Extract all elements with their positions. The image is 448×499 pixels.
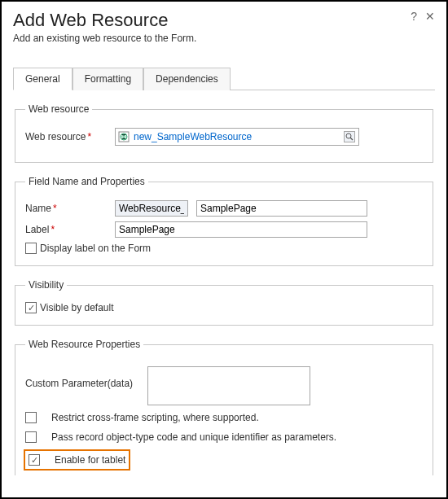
tab-formatting[interactable]: Formatting xyxy=(72,68,143,90)
dialog-subtitle: Add an existing web resource to the Form… xyxy=(13,33,435,44)
checkbox-visible-default[interactable] xyxy=(25,302,37,313)
group-web-resource-props: Web Resource Properties Custom Parameter… xyxy=(15,339,433,475)
dialog-title: Add Web Resource xyxy=(13,10,168,31)
web-resource-lookup[interactable]: new_SampleWebResource xyxy=(115,128,359,146)
label-visible-default: Visible by default xyxy=(40,302,114,313)
webresource-icon xyxy=(117,130,130,143)
group-web-resource: Web resource Web resource* new_SampleWeb… xyxy=(15,103,433,163)
svg-rect-2 xyxy=(345,132,355,142)
close-icon[interactable]: ✕ xyxy=(425,10,435,23)
checkbox-display-label[interactable] xyxy=(25,243,37,254)
legend-web-resource-props: Web Resource Properties xyxy=(25,339,143,350)
tab-dependencies[interactable]: Dependencies xyxy=(143,68,231,90)
help-icon[interactable]: ? xyxy=(411,10,417,23)
label-input[interactable] xyxy=(115,221,367,238)
checkbox-restrict-crossframe[interactable] xyxy=(25,412,37,423)
custom-parameter-input[interactable] xyxy=(147,366,310,405)
label-display-on-form: Display label on the Form xyxy=(40,243,151,254)
label-restrict-crossframe: Restrict cross-frame scripting, where su… xyxy=(51,412,259,423)
legend-field-name-props: Field Name and Properties xyxy=(25,176,148,187)
web-resource-value[interactable]: new_SampleWebResource xyxy=(134,131,342,142)
checkbox-pass-record[interactable] xyxy=(25,431,37,443)
label-label: Label* xyxy=(25,224,107,235)
label-custom-parameter: Custom Parameter(data) xyxy=(25,366,139,389)
label-pass-record: Pass record object-type code and unique … xyxy=(51,431,336,443)
label-name: Name* xyxy=(25,203,107,214)
tab-strip: General Formatting Dependencies xyxy=(13,67,435,90)
name-input[interactable] xyxy=(196,200,367,217)
name-prefix xyxy=(115,200,188,217)
lookup-search-icon[interactable] xyxy=(342,129,357,144)
label-web-resource: Web resource* xyxy=(25,131,107,142)
legend-web-resource: Web resource xyxy=(25,103,92,115)
checkbox-enable-tablet[interactable] xyxy=(29,454,40,466)
legend-visibility: Visibility xyxy=(25,279,67,291)
tab-general[interactable]: General xyxy=(13,68,72,90)
group-field-name-props: Field Name and Properties Name* Label* D… xyxy=(15,176,433,266)
label-enable-tablet: Enable for tablet xyxy=(55,454,125,466)
group-visibility: Visibility Visible by default xyxy=(15,279,433,326)
